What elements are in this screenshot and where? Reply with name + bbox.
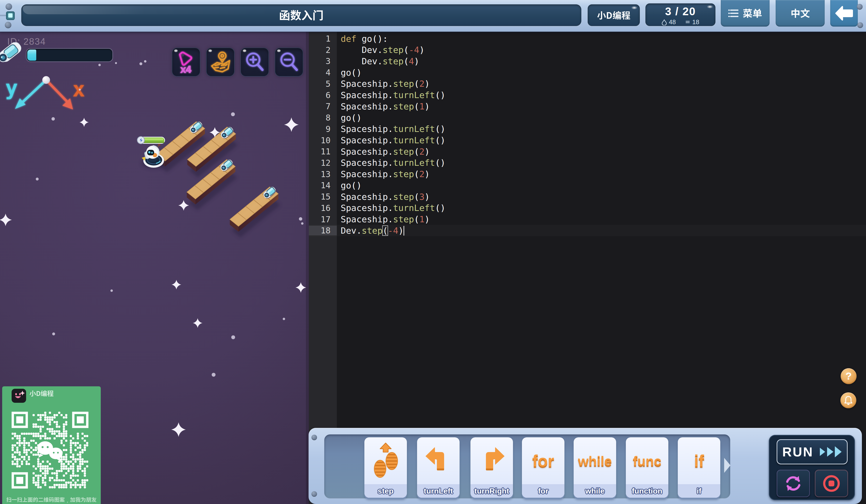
code-line-7[interactable]: 7Spaceship.step(1) <box>309 101 866 112</box>
for-block-icon: for <box>522 437 564 484</box>
app-screen: yx ID: 2834 x4 <box>0 0 866 504</box>
minimap-button[interactable] <box>206 48 235 77</box>
code-line-6[interactable]: 6Spaceship.turnLeft() <box>309 89 866 101</box>
top-bar: 3 / 20 48 18 <box>0 0 866 32</box>
line-source: Dev.step(-4) <box>337 226 404 236</box>
code-line-3[interactable]: 3 Dev.step(4) <box>309 56 866 67</box>
zoom-out-button[interactable] <box>275 48 303 77</box>
line-number: 11 <box>309 147 337 156</box>
menu-button[interactable] <box>721 0 769 26</box>
button-glint <box>209 49 212 52</box>
line-number: 1 <box>309 34 337 44</box>
block-step[interactable]: step <box>364 437 407 498</box>
qr-caption: ， <box>2 497 101 504</box>
text-cursor <box>403 226 404 236</box>
code-line-9[interactable]: 9Spaceship.turnLeft() <box>309 123 866 135</box>
reset-button[interactable] <box>777 470 810 497</box>
line-number: 16 <box>309 203 337 213</box>
level-stats: 48 18 <box>662 18 699 26</box>
run-panel: RUN <box>769 435 855 500</box>
block-function[interactable]: funcfunction <box>626 437 668 498</box>
brand-button[interactable] <box>588 4 640 26</box>
code-line-4[interactable]: 4go() <box>309 67 866 78</box>
line-source: Spaceship.step(2) <box>337 169 430 179</box>
line-source: Spaceship.step(3) <box>337 192 430 202</box>
block-for[interactable]: forfor <box>522 437 564 498</box>
menu-button-label <box>743 9 762 18</box>
line-number: 2 <box>309 45 337 55</box>
zoom-out-icon <box>278 51 300 73</box>
block-toolbar: step turnLeft turnRightforforwhilewhilef… <box>309 428 862 504</box>
block-label: while <box>574 484 616 498</box>
code-line-13[interactable]: 13Spaceship.step(2) <box>309 168 866 180</box>
line-number: 13 <box>309 169 337 179</box>
qr-code <box>12 411 88 489</box>
notice-button[interactable] <box>840 392 856 408</box>
help-button[interactable]: ? <box>841 368 857 384</box>
run-button[interactable]: RUN <box>777 439 848 464</box>
speed-x4-button[interactable]: x4 <box>172 48 200 77</box>
line-source: Dev.step(4) <box>337 56 419 66</box>
code-line-1[interactable]: 1def go(): <box>309 33 866 44</box>
code-line-12[interactable]: 12Spaceship.turnLeft() <box>309 157 866 168</box>
line-source: Spaceship.step(2) <box>337 79 430 89</box>
line-source: Spaceship.turnLeft() <box>337 135 446 145</box>
code-line-16[interactable]: 16Spaceship.turnLeft() <box>309 202 866 214</box>
language-button[interactable] <box>776 0 825 26</box>
back-button[interactable] <box>830 0 858 26</box>
speed-x4-label: x4 <box>180 64 191 74</box>
line-number: 18 <box>309 226 337 235</box>
button-glint <box>243 49 246 52</box>
if-block-icon: if <box>678 437 720 484</box>
code-line-11[interactable]: 11Spaceship.step(2) <box>309 146 866 157</box>
tray-scroll-arrow[interactable] <box>723 456 731 475</box>
stop-button[interactable] <box>815 470 848 497</box>
block-if[interactable]: ifif <box>678 437 720 498</box>
block-label: turnLeft <box>417 484 459 498</box>
line-source: Spaceship.step(2) <box>337 147 430 157</box>
while-block-icon: while <box>574 437 616 484</box>
line-number: 5 <box>309 79 337 89</box>
block-turnRight[interactable]: turnRight <box>470 437 513 498</box>
button-glint <box>174 49 178 52</box>
line-source: Spaceship.turnLeft() <box>337 203 446 213</box>
code-line-15[interactable]: 15Spaceship.step(3) <box>309 191 866 202</box>
code-line-17[interactable]: 17Spaceship.step(1) <box>309 214 866 225</box>
code-line-10[interactable]: 10Spaceship.turnLeft() <box>309 135 866 146</box>
qr-brand-label <box>30 390 54 397</box>
block-while[interactable]: whilewhile <box>574 437 616 498</box>
button-glint <box>277 49 280 52</box>
code-line-2[interactable]: 2 Dev.step(-4) <box>309 44 866 56</box>
code-line-18[interactable]: 18Dev.step(-4) <box>309 225 866 236</box>
level-title <box>279 10 323 21</box>
time-stat: 48 <box>662 18 676 26</box>
screw-decor <box>5 3 12 10</box>
back-arrow-icon <box>835 6 853 21</box>
line-source: Spaceship.step(1) <box>337 101 430 111</box>
code-line-14[interactable]: 14go() <box>309 180 866 191</box>
axis-indicator: yx <box>5 76 85 110</box>
line-number: 9 <box>309 124 337 134</box>
energy-progress-fill <box>27 49 36 61</box>
code-line-5[interactable]: 5Spaceship.step(2) <box>309 78 866 89</box>
energy-progress-bar <box>26 49 112 61</box>
block-turnLeft[interactable]: turnLeft <box>417 437 459 498</box>
step-block-icon <box>364 437 407 484</box>
level-progress-button[interactable]: 3 / 20 48 18 <box>645 3 715 26</box>
zoom-in-icon <box>244 51 265 73</box>
zoom-in-button[interactable] <box>241 48 269 77</box>
language-button-label <box>791 9 810 18</box>
line-source: go() <box>337 113 362 123</box>
menu-icon <box>728 9 739 18</box>
energy-battery-icon <box>0 42 26 66</box>
line-source: def go(): <box>337 34 388 44</box>
line-source: Dev.step(-4) <box>337 45 424 55</box>
line-number: 17 <box>309 214 337 224</box>
stop-icon <box>822 474 841 493</box>
screw-decor <box>311 491 317 497</box>
code-line-8[interactable]: 8go() <box>309 112 866 123</box>
level-title-bar <box>21 4 581 26</box>
block-label: if <box>678 484 720 498</box>
line-source: go() <box>337 68 362 78</box>
block-label: for <box>522 484 564 498</box>
